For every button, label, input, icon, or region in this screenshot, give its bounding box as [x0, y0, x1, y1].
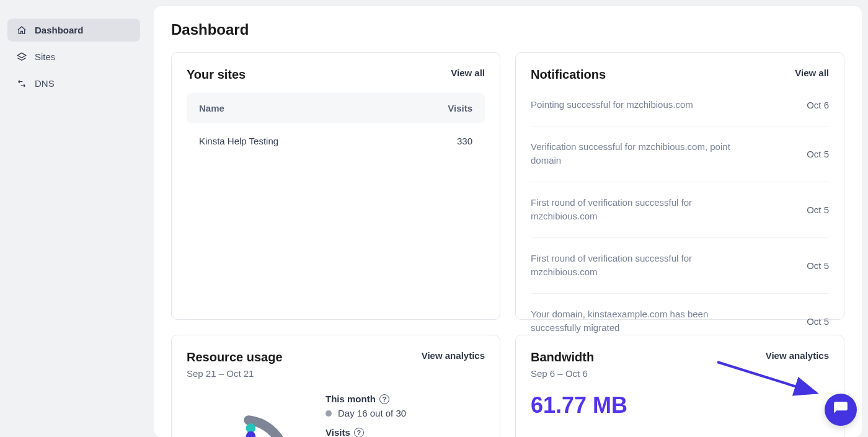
bandwidth-title: Bandwidth — [531, 350, 594, 364]
table-row[interactable]: Kinsta Help Testing 330 — [187, 123, 485, 159]
view-analytics-bandwidth-link[interactable]: View analytics — [766, 350, 829, 361]
sidebar-item-sites[interactable]: Sites — [7, 45, 140, 68]
notifications-card: Notifications View all Pointing successf… — [515, 52, 844, 320]
bandwidth-value: 61.77 MB — [531, 392, 829, 418]
dashboard-icon — [16, 25, 27, 35]
notification-text: Your domain, kinstaexample.com has been … — [531, 307, 742, 335]
this-month-label: This month ? — [326, 394, 485, 404]
notification-text: Pointing successful for mzchibious.com — [531, 98, 693, 112]
list-item[interactable]: Pointing successful for mzchibious.com O… — [531, 84, 829, 126]
sidebar-item-label: Sites — [35, 51, 55, 62]
your-sites-card: Your sites View all Name Visits Kinsta H… — [171, 52, 500, 320]
resource-date-range: Sep 21 – Oct 21 — [187, 368, 283, 379]
notification-text: First round of verification successful f… — [531, 252, 742, 280]
your-sites-title: Your sites — [187, 68, 246, 82]
resource-gauge — [187, 394, 311, 437]
sites-table-header: Name Visits — [187, 93, 485, 123]
bandwidth-date-range: Sep 6 – Oct 6 — [531, 368, 594, 379]
help-icon[interactable]: ? — [354, 428, 364, 438]
col-name: Name — [199, 103, 224, 113]
chat-button[interactable] — [825, 394, 857, 426]
notification-date: Oct 5 — [807, 316, 829, 327]
sidebar-item-label: Dashboard — [35, 25, 83, 35]
notification-date: Oct 5 — [807, 205, 829, 215]
svg-point-2 — [246, 431, 255, 437]
svg-marker-0 — [17, 53, 25, 58]
page-title: Dashboard — [171, 21, 844, 38]
notification-date: Oct 5 — [807, 260, 829, 271]
dot-icon — [326, 410, 332, 417]
notification-date: Oct 6 — [807, 100, 829, 110]
dns-icon — [16, 79, 27, 89]
col-visits: Visits — [448, 103, 472, 113]
chat-icon — [833, 400, 849, 419]
sidebar-item-dns[interactable]: DNS — [7, 72, 140, 95]
list-item[interactable]: First round of verification successful f… — [531, 238, 829, 294]
notification-text: Verification successful for mzchibious.c… — [531, 140, 742, 168]
resource-usage-card: Resource usage Sep 21 – Oct 21 View anal… — [171, 335, 500, 437]
visits-label: Visits ? — [326, 427, 485, 437]
sidebar-item-dashboard[interactable]: Dashboard — [7, 19, 140, 42]
view-analytics-resource-link[interactable]: View analytics — [422, 350, 485, 361]
view-all-sites-link[interactable]: View all — [451, 68, 485, 78]
help-icon[interactable]: ? — [379, 394, 389, 404]
resource-usage-title: Resource usage — [187, 350, 283, 364]
list-item[interactable]: First round of verification successful f… — [531, 182, 829, 238]
site-name: Kinsta Help Testing — [199, 136, 278, 146]
main-content: Dashboard Your sites View all Name Visit… — [154, 6, 862, 437]
day-progress-text: Day 16 out of 30 — [326, 408, 485, 418]
sidebar: Dashboard Sites DNS — [0, 0, 148, 437]
notification-date: Oct 5 — [807, 149, 829, 159]
bandwidth-card: Bandwidth Sep 6 – Oct 6 View analytics 6… — [515, 335, 844, 437]
view-all-notifications-link[interactable]: View all — [795, 68, 829, 78]
layers-icon — [16, 52, 27, 62]
list-item[interactable]: Verification successful for mzchibious.c… — [531, 126, 829, 182]
site-visits: 330 — [457, 136, 472, 146]
notifications-title: Notifications — [531, 68, 606, 82]
notification-text: First round of verification successful f… — [531, 196, 742, 224]
notifications-list: Pointing successful for mzchibious.com O… — [531, 84, 829, 349]
sidebar-item-label: DNS — [35, 78, 55, 89]
